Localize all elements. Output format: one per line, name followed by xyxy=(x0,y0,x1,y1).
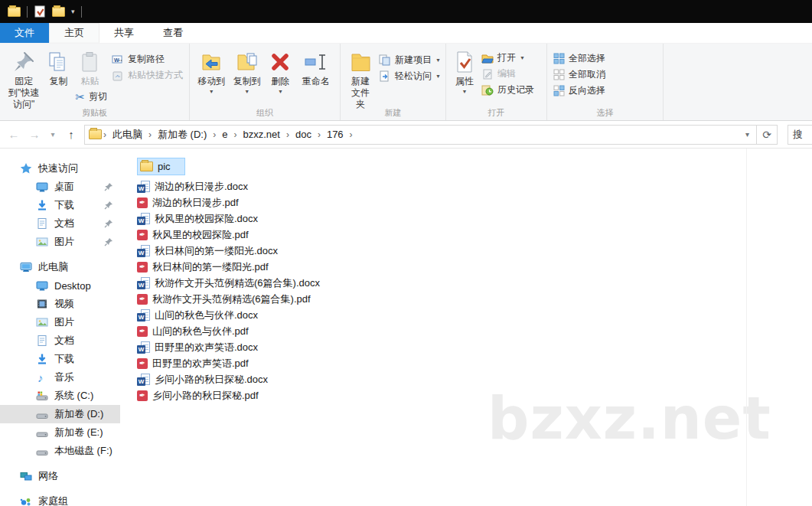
word-file-icon: W xyxy=(137,309,150,322)
file-item[interactable]: W 秋风里的校园探险.docx xyxy=(137,211,263,227)
select-all-button[interactable]: 全部选择 xyxy=(551,51,608,67)
file-list-pane[interactable]: pic W 湖边的秋日漫步.docx ✒ 湖边的秋日漫步.pdf W 秋风里的校… xyxy=(120,149,812,506)
sidebar-item-music[interactable]: ♪ 音乐 xyxy=(0,368,120,387)
quick-access-label: 快速访问 xyxy=(38,162,78,175)
new-folder-button[interactable]: 新建文件夹 xyxy=(344,47,377,112)
breadcrumb-doc[interactable]: doc xyxy=(291,129,316,140)
breadcrumb-e[interactable]: e xyxy=(217,129,232,140)
file-item[interactable]: ✒ 乡间小路的秋日探秘.pdf xyxy=(137,387,263,403)
refresh-icon: ⟳ xyxy=(762,129,771,141)
file-item[interactable]: ✒ 秋游作文开头范例精选(6篇合集).pdf xyxy=(137,291,315,307)
ribbon-tabs: 文件 主页 共享 查看 xyxy=(0,23,812,44)
this-pc-label: 此电脑 xyxy=(38,260,68,274)
sidebar-item-documents[interactable]: 文档 xyxy=(0,331,120,350)
select-none-button[interactable]: 全部取消 xyxy=(551,67,608,83)
select-all-icon xyxy=(553,53,565,64)
sidebar-item-drive-c[interactable]: 系统 (C:) xyxy=(0,387,120,405)
file-item[interactable]: W 田野里的欢声笑语.docx xyxy=(137,339,263,355)
copy-to-button[interactable]: 复制到 ▼ xyxy=(230,47,266,96)
sidebar-item-pictures[interactable]: 图片 xyxy=(0,313,120,331)
cut-label: 剪切 xyxy=(89,90,107,103)
qat-separator-2 xyxy=(81,6,82,18)
tab-share[interactable]: 共享 xyxy=(99,23,148,43)
file-item[interactable]: W 秋日林间的第一缕阳光.docx xyxy=(137,243,282,259)
history-button[interactable]: 历史记录 xyxy=(479,82,536,98)
sidebar-homegroup[interactable]: 家庭组 xyxy=(0,492,120,506)
file-item[interactable]: W 湖边的秋日漫步.docx xyxy=(137,178,253,194)
copy-path-button[interactable]: W 复制路径 xyxy=(109,51,185,67)
copy-button[interactable]: 复制 xyxy=(44,47,73,89)
file-item[interactable]: W 山间的秋色与伙伴.docx xyxy=(137,307,263,323)
folder-item-pic-selected[interactable]: pic xyxy=(137,158,185,175)
new-item-icon xyxy=(379,54,391,66)
sidebar-item-downloads-qa[interactable]: 下载 xyxy=(0,196,120,214)
file-item[interactable]: ✒ 湖边的秋日漫步.pdf xyxy=(137,194,243,211)
documents-icon xyxy=(36,217,48,230)
tab-view[interactable]: 查看 xyxy=(148,23,197,43)
sidebar-item-videos[interactable]: 视频 xyxy=(0,295,120,313)
pdf-file-icon: ✒ xyxy=(137,262,148,273)
invert-selection-button[interactable]: 反向选择 xyxy=(551,83,608,99)
address-dropdown-icon[interactable]: ▾ xyxy=(740,130,755,139)
sidebar-this-pc[interactable]: 此电脑 xyxy=(0,258,120,276)
paste-shortcut-button[interactable]: 粘贴快捷方式 xyxy=(109,67,185,83)
copy-icon xyxy=(47,48,69,76)
breadcrumb-bzxz[interactable]: bzxz.net xyxy=(239,129,285,140)
file-item[interactable]: W 乡间小路的秋日探秘.docx xyxy=(137,371,272,387)
watermark: bzxz.net xyxy=(488,384,771,452)
properties-button[interactable]: 属性 ▼ xyxy=(450,47,479,96)
sidebar-item-downloads[interactable]: 下载 xyxy=(0,350,120,368)
qat-dropdown-icon[interactable]: ▾ xyxy=(71,8,75,15)
invert-selection-label: 反向选择 xyxy=(569,84,605,97)
search-input[interactable]: 搜 xyxy=(788,125,812,145)
file-item[interactable]: W 秋游作文开头范例精选(6篇合集).docx xyxy=(137,275,324,291)
cut-button[interactable]: ✂ 剪切 xyxy=(73,89,109,105)
pin-to-quick-access-button[interactable]: 固定到"快速访问" xyxy=(4,47,44,112)
paste-button[interactable]: 粘贴 xyxy=(73,47,106,89)
edit-button[interactable]: 编辑 xyxy=(479,66,536,82)
tab-file[interactable]: 文件 xyxy=(0,23,49,43)
sidebar-item-drive-e[interactable]: 新加卷 (E:) xyxy=(0,423,120,442)
file-item[interactable]: ✒ 山间的秋色与伙伴.pdf xyxy=(137,323,253,339)
this-pc-icon xyxy=(20,261,32,273)
recent-locations-icon[interactable]: ▾ xyxy=(47,130,58,139)
up-icon[interactable]: ↑ xyxy=(64,128,79,141)
forward-icon[interactable]: → xyxy=(27,128,42,141)
sidebar-item-pictures-qa[interactable]: 图片 xyxy=(0,233,120,251)
breadcrumb-176[interactable]: 176 xyxy=(322,129,348,140)
new-item-button[interactable]: 新建项目 ▼ xyxy=(377,52,443,68)
open-button[interactable]: 打开 ▼ xyxy=(479,50,536,66)
back-icon[interactable]: ← xyxy=(6,128,21,141)
sidebar-item-desktop[interactable]: Desktop xyxy=(0,276,120,295)
ribbon-group-open: 属性 ▼ 打开 ▼ 编辑 历史记录 打开 xyxy=(446,44,547,120)
qat-folder-icon[interactable] xyxy=(8,7,21,17)
sidebar-quick-access[interactable]: 快速访问 xyxy=(0,159,120,178)
qat-folder-icon-2[interactable] xyxy=(52,7,65,17)
sidebar-network[interactable]: 网络 xyxy=(0,467,120,485)
file-item[interactable]: ✒ 秋日林间的第一缕阳光.pdf xyxy=(137,259,273,275)
qat-properties-icon[interactable] xyxy=(34,5,46,18)
folder-icon xyxy=(140,162,153,171)
sidebar-item-drive-d[interactable]: 新加卷 (D:) xyxy=(0,405,120,423)
file-name: 湖边的秋日漫步.pdf xyxy=(152,196,239,210)
delete-caret-icon: ▼ xyxy=(278,89,283,94)
sidebar-item-drive-f[interactable]: 本地磁盘 (F:) xyxy=(0,442,120,460)
breadcrumb-drive-d[interactable]: 新加卷 (D:) xyxy=(153,128,211,142)
sidebar-item-documents-qa[interactable]: 文档 xyxy=(0,214,120,233)
quick-access-star-icon xyxy=(20,162,32,175)
delete-button[interactable]: 删除 ▼ xyxy=(265,47,296,96)
scissors-icon: ✂ xyxy=(75,91,85,103)
file-item[interactable]: ✒ 田野里的欢声笑语.pdf xyxy=(137,355,253,371)
sidebar-item-desktop-qa[interactable]: 桌面 xyxy=(0,178,120,196)
breadcrumb-this-pc[interactable]: 此电脑 xyxy=(108,128,147,142)
ribbon: 固定到"快速访问" 复制 粘贴 ✂ 剪切 W 复制路径 xyxy=(0,44,812,121)
file-item[interactable]: ✒ 秋风里的校园探险.pdf xyxy=(137,227,253,243)
file-name: 湖边的秋日漫步.docx xyxy=(155,180,248,194)
refresh-button[interactable]: ⟳ xyxy=(757,125,778,145)
tab-home[interactable]: 主页 xyxy=(49,23,99,43)
breadcrumb[interactable]: › 此电脑 › 新加卷 (D:) › e › bzxz.net › doc › … xyxy=(84,125,757,145)
move-to-button[interactable]: 移动到 ▼ xyxy=(194,47,230,96)
sidebar-label: 系统 (C:) xyxy=(54,389,93,403)
rename-button[interactable]: 重命名 xyxy=(296,47,336,89)
easy-access-button[interactable]: 轻松访问 ▼ xyxy=(377,68,443,84)
